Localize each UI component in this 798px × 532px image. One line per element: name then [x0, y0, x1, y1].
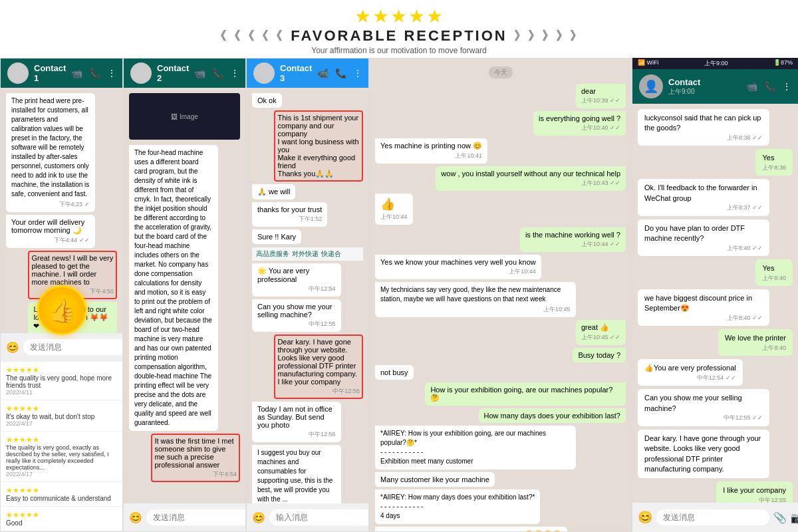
- message-item: Yes we know your machines very well you …: [375, 255, 541, 279]
- header-icons: 📹 📞 ⋮: [194, 68, 239, 78]
- message-item: Today I am not in office as Sunday. But …: [252, 402, 341, 442]
- header-icons: 📹 📞 ⋮: [317, 68, 362, 78]
- message-item: Busy today ?: [573, 348, 626, 362]
- contact-name: Contact 3: [280, 63, 312, 83]
- message-item: dear 上午10:39 ✓✓: [576, 84, 626, 108]
- col2-messages: 🖼 Image The four-head machine uses a dif…: [124, 88, 245, 503]
- message-item: 🌟 You are very professional 中午12:54: [252, 263, 341, 297]
- message-item: How is your exhibition going, are our ma…: [425, 382, 626, 406]
- header-icons: 📹 📞 ⋮: [746, 81, 791, 92]
- attachment-icon[interactable]: 📎: [773, 511, 787, 524]
- call-icon[interactable]: 📞: [212, 68, 223, 78]
- header-icons: 📹 📞 ⋮: [71, 68, 116, 78]
- message-item: great 👍 上午10:45 ✓✓: [576, 320, 626, 345]
- contact-name: Contact 1: [34, 63, 66, 83]
- message-item: *AIIREY: How is your exhibition going, a…: [375, 426, 576, 469]
- right-arrows: 》》》》》: [514, 28, 584, 44]
- page-header: ★★★★★ 《《《《《 FAVORABLE RECEPTION 》》》》》 Yo…: [0, 0, 798, 58]
- message-item: 👍You are very professional 中午12:54 ✓✓: [638, 359, 743, 386]
- thumbs-badge: 👍: [37, 285, 86, 335]
- col1-input-bar[interactable]: 😊 📎 📷 🎤: [1, 333, 122, 361]
- col3-input-bar[interactable]: 😊 📎 📷 🎤: [247, 503, 368, 531]
- emoji-icon[interactable]: 😊: [252, 511, 265, 524]
- avatar: [7, 63, 29, 84]
- column-2: Contact 2 📹 📞 ⋮ 🖼 Image The four-head ma…: [123, 58, 246, 532]
- column-1: Contact 1 📹 📞 ⋮ The print head were pre-…: [0, 58, 123, 532]
- col5-messages: luckyconsol said that he can pick up the…: [632, 104, 798, 503]
- contact-name: Contact: [668, 77, 700, 87]
- column-5: 📶 WiFi 上午9:00 🔋87% 👤 Contact 上午9:00 📹 📞 …: [632, 58, 798, 532]
- message-input[interactable]: [23, 339, 123, 355]
- col5-chat-header: 👤 Contact 上午9:00 📹 📞 ⋮: [632, 69, 798, 104]
- video-icon[interactable]: 📹: [194, 68, 205, 78]
- star-rating: ★★★★★: [0, 5, 798, 27]
- message-input[interactable]: [146, 509, 246, 525]
- camera-icon[interactable]: 📷: [791, 511, 798, 524]
- menu-icon[interactable]: ⋮: [230, 68, 239, 78]
- highlighted-message: It was the first time I met someone shim…: [151, 434, 240, 482]
- message-item: is everything going well ? 上午10:40 ✓✓: [533, 111, 626, 136]
- video-icon[interactable]: 📹: [746, 81, 757, 92]
- emoji-icon[interactable]: 😊: [129, 511, 142, 524]
- review-item: ★★★★★ The quality is very good, exactly …: [1, 432, 122, 482]
- date-divider: 今天: [489, 66, 513, 78]
- contact-name: Contact 2: [157, 63, 189, 83]
- avatar: [253, 63, 275, 84]
- message-item: Sure !! Kary: [252, 229, 301, 244]
- emoji-icon[interactable]: 😊: [638, 510, 652, 525]
- col1-chat-header: Contact 1 📹 📞 ⋮: [1, 59, 122, 88]
- left-arrows: 《《《《《: [214, 28, 284, 44]
- review-item: ★★★★★ Good: [1, 507, 122, 531]
- message-item: Ok. I'll feedback to the forwarder in We…: [638, 179, 769, 215]
- message-item: luckyconsol said that he can pick up the…: [638, 109, 769, 146]
- message-item: Your order will delivery tomorrow mornin…: [6, 215, 95, 248]
- review-item: ★★★★★ The quality is very good, hope mor…: [1, 362, 122, 400]
- menu-icon[interactable]: ⋮: [107, 68, 116, 78]
- col3-chat-header: Contact 3 📹 📞 ⋮: [247, 59, 368, 88]
- call-icon[interactable]: 📞: [89, 68, 100, 78]
- message-item: is the machine working well ? 上午10:44 ✓✓: [520, 227, 626, 252]
- avatar: [130, 63, 152, 84]
- message-input[interactable]: [269, 509, 369, 525]
- quick-reply-bar: 高品质服务 对外快递 快递合: [252, 247, 363, 261]
- online-status: 上午9:00: [668, 87, 700, 96]
- message-item: *AIIREY: How many days does your exhibit…: [375, 489, 540, 524]
- call-icon[interactable]: 📞: [335, 68, 346, 78]
- highlighted-message: Dear kary. I have gone through your webs…: [274, 334, 363, 399]
- love-printer-message: We love the printer 上午8:40: [718, 329, 793, 356]
- video-icon[interactable]: 📹: [317, 68, 329, 78]
- highlighted-message: This is 1st shipment your company and ou…: [274, 110, 363, 182]
- message-item: Yes 上午8:40: [755, 259, 793, 286]
- image-message: 🖼 Image: [129, 93, 240, 140]
- col2-chat-header: Contact 2 📹 📞 ⋮: [124, 59, 245, 88]
- message-item: The four-head machine uses a different b…: [129, 145, 218, 431]
- reviews-section: ★★★★★ The quality is very good, hope mor…: [1, 361, 122, 531]
- message-item: Can you show me your selling machine? 中午…: [638, 389, 769, 426]
- avatar: 👤: [639, 74, 663, 98]
- review-item: ★★★★★ It's okay to wait, but don't stop …: [1, 400, 122, 432]
- message-item: The print head were pre-installed for cu…: [6, 93, 95, 212]
- message-item: we have biggest discount price in Septem…: [638, 289, 769, 326]
- message-item: wow , you install yourself without any o…: [436, 166, 626, 191]
- col2-input-bar[interactable]: 😊 📎 📷 🎤: [124, 503, 245, 531]
- message-item: Do you have plan to order DTF machine re…: [638, 219, 769, 256]
- message-item: Yes 上午8:36: [755, 149, 793, 176]
- call-icon[interactable]: 📞: [764, 81, 775, 92]
- emoji-icon[interactable]: 😊: [6, 341, 19, 354]
- menu-icon[interactable]: ⋮: [353, 68, 362, 78]
- message-item: thanks for your trust 下午1:52: [252, 202, 327, 227]
- message-input[interactable]: [656, 509, 769, 525]
- message-item: Your machine very popular on the exhibit…: [375, 527, 567, 531]
- message-item: My technicians say very good, they like …: [375, 282, 576, 317]
- message-item: Ok ok: [252, 93, 282, 108]
- subtitle-text: Your affirmation is our motivation to mo…: [0, 46, 798, 55]
- title-text: FAVORABLE RECEPTION: [291, 27, 507, 45]
- message-item: 🙏 we will: [252, 184, 295, 200]
- menu-icon[interactable]: ⋮: [782, 81, 791, 92]
- message-item: How many days does your exhibition last?: [479, 408, 626, 423]
- col4-messages: 今天 dear 上午10:39 ✓✓ is everything going w…: [370, 59, 631, 531]
- video-icon[interactable]: 📹: [71, 68, 82, 78]
- col5-input-bar[interactable]: 😊 📎 📷 🎤: [632, 503, 798, 532]
- message-item: Yes machine is printing now 😊 上午10:41: [375, 138, 487, 164]
- col3-messages: Ok ok This is 1st shipment your company …: [247, 88, 368, 503]
